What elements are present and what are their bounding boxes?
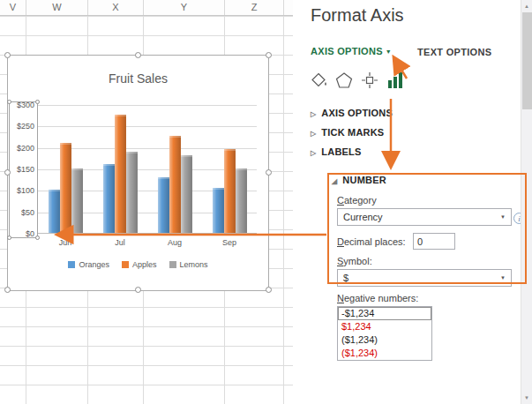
fill-icon[interactable] — [309, 69, 328, 92]
column-header-w[interactable]: W — [26, 0, 88, 15]
triangle-collapsed-icon: ▷ — [311, 130, 316, 138]
chart-gridline — [38, 126, 257, 127]
bar-lemons-jul[interactable] — [126, 152, 138, 233]
section-label: TICK MARKS — [321, 127, 384, 138]
axis-selection-handle[interactable] — [35, 100, 40, 104]
legend-swatch — [122, 261, 129, 268]
legend-label: Lemons — [180, 260, 208, 269]
selection-handle[interactable] — [4, 52, 11, 58]
bar-lemons-jun[interactable] — [71, 168, 83, 233]
negative-format-option[interactable]: $1,234 — [338, 320, 431, 333]
legend-item-lemons[interactable]: Lemons — [169, 260, 208, 269]
tab-axis-options[interactable]: AXIS OPTIONS▼ — [311, 46, 392, 56]
negative-numbers-list[interactable]: -$1,234$1,234($1,234)($1,234) — [337, 306, 432, 361]
negative-format-option[interactable]: ($1,234) — [338, 333, 431, 347]
legend-item-apples[interactable]: Apples — [122, 260, 157, 269]
column-header-v[interactable]: V — [0, 0, 26, 15]
symbol-dropdown[interactable]: $ ▼ — [337, 269, 512, 287]
bar-apples-sep[interactable] — [224, 149, 236, 233]
selection-handle[interactable] — [266, 169, 272, 176]
axis-selection-handle[interactable] — [7, 100, 11, 104]
axis-selection-box — [9, 101, 38, 238]
chart-columns-icon[interactable] — [386, 69, 405, 92]
tab-text-options[interactable]: TEXT OPTIONS — [417, 47, 491, 57]
format-axis-pane: Format Axis AXIS OPTIONS▼ TEXT OPTIONS — [296, 0, 521, 404]
bar-lemons-sep[interactable] — [236, 168, 247, 233]
column-header-row: VWXYZ — [0, 0, 293, 16]
selection-handle[interactable] — [266, 52, 272, 58]
legend-label: Oranges — [79, 260, 109, 269]
negative-format-option[interactable]: ($1,234) — [338, 347, 431, 360]
chart-title[interactable]: Fruit Sales — [8, 71, 268, 86]
category-label: Category — [337, 195, 377, 206]
decimal-places-input[interactable] — [413, 233, 455, 250]
grid-line — [283, 16, 284, 404]
triangle-collapsed-icon: ▷ — [311, 149, 316, 157]
bar-oranges-jun[interactable] — [49, 190, 60, 233]
column-header-z[interactable]: Z — [225, 0, 284, 15]
section-label: LABELS — [321, 146, 361, 157]
category-value: Currency — [343, 212, 383, 222]
x-tick-label[interactable]: Sep — [202, 238, 257, 247]
selection-handle[interactable] — [135, 52, 141, 58]
bar-apples-aug[interactable] — [169, 136, 181, 233]
bar-apples-jul[interactable] — [115, 115, 126, 233]
bar-apples-jun[interactable] — [60, 143, 71, 233]
chevron-down-icon: ▼ — [500, 214, 506, 220]
x-axis-labels[interactable]: JunJulAugSep — [38, 238, 257, 249]
selection-handle[interactable] — [4, 169, 11, 176]
vertical-scrollbar[interactable]: ▲ ▼ — [521, 0, 532, 404]
chart-gridline — [38, 105, 257, 106]
x-tick-label[interactable]: Aug — [147, 238, 202, 247]
selection-handle[interactable] — [266, 287, 272, 293]
axis-selection-handle[interactable] — [7, 236, 11, 240]
scroll-up-icon[interactable]: ▲ — [521, 0, 532, 12]
bar-oranges-jul[interactable] — [103, 164, 115, 233]
triangle-collapsed-icon: ▷ — [311, 110, 316, 118]
chart-object[interactable]: Fruit Sales $300$250$200$150$100$50$0 Ju… — [7, 55, 269, 291]
section-label: NUMBER — [342, 175, 386, 185]
effects-icon[interactable] — [334, 69, 354, 92]
pane-icon-toolbar — [309, 69, 405, 92]
section-axis-options[interactable]: ▷AXIS OPTIONS — [311, 108, 393, 118]
x-tick-label[interactable]: Jul — [93, 238, 147, 247]
decimal-places-label: Decimal places: — [337, 236, 406, 247]
chart-legend[interactable]: OrangesApplesLemons — [8, 260, 268, 269]
chevron-down-icon[interactable]: ▼ — [386, 49, 392, 55]
size-properties-icon[interactable] — [360, 69, 379, 92]
bar-oranges-sep[interactable] — [213, 188, 224, 233]
symbol-value: $ — [343, 273, 348, 283]
selection-handle[interactable] — [4, 287, 11, 293]
legend-item-oranges[interactable]: Oranges — [68, 260, 109, 269]
section-labels[interactable]: ▷LABELS — [311, 146, 362, 157]
category-dropdown[interactable]: Currency ▼ — [337, 208, 512, 226]
excel-window: VWXYZ Fruit Sales $300$250$200$150$100$5… — [0, 0, 532, 404]
column-header-y[interactable]: Y — [144, 0, 225, 15]
bar-oranges-aug[interactable] — [158, 177, 169, 233]
plot-area — [38, 105, 257, 234]
section-tick-marks[interactable]: ▷TICK MARKS — [311, 127, 384, 138]
tab-axis-options-label: AXIS OPTIONS — [311, 46, 383, 56]
triangle-expanded-icon: ◢ — [332, 177, 337, 185]
negative-format-option[interactable]: -$1,234 — [338, 307, 431, 320]
legend-swatch — [68, 261, 75, 268]
legend-label: Apples — [132, 260, 157, 269]
chevron-down-icon: ▼ — [500, 275, 506, 281]
column-header-x[interactable]: X — [88, 0, 144, 15]
section-number[interactable]: ◢NUMBER — [332, 175, 386, 185]
negative-numbers-label: Negative numbers: — [337, 293, 418, 303]
bar-lemons-aug[interactable] — [181, 155, 192, 233]
x-tick-label[interactable]: Jun — [38, 238, 93, 247]
legend-swatch — [169, 261, 176, 268]
symbol-label: Symbol: — [337, 256, 372, 266]
scrollbar-thumb[interactable] — [522, 12, 532, 109]
section-label: AXIS OPTIONS — [321, 108, 393, 118]
pane-title: Format Axis — [311, 5, 404, 26]
selection-handle[interactable] — [135, 287, 141, 293]
scroll-down-icon[interactable]: ▼ — [521, 392, 532, 404]
